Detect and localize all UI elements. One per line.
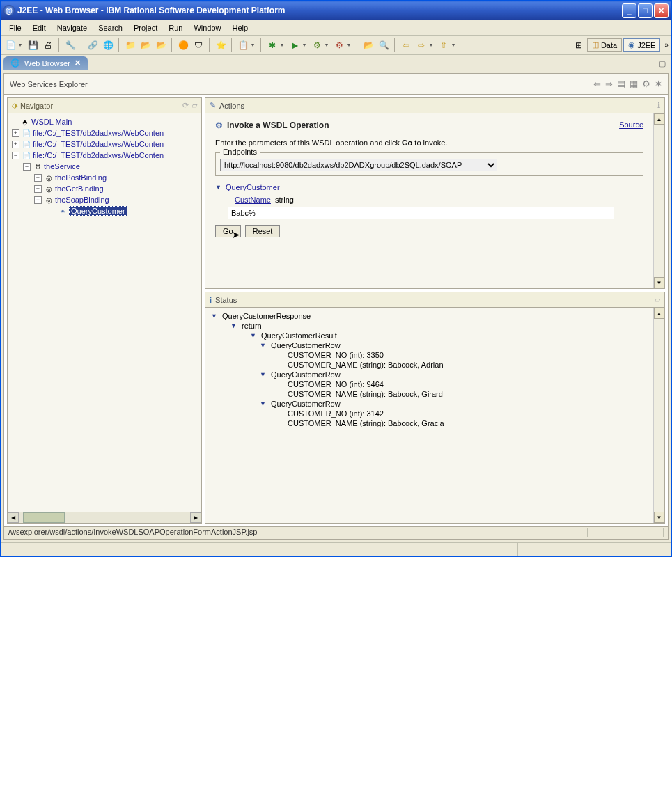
- new-icon[interactable]: 📄: [3, 38, 17, 52]
- tree-file[interactable]: +📄 file:/C:/_TEST/db2dadxws/WebConten: [9, 127, 200, 139]
- nav-back-icon[interactable]: ⇐: [593, 79, 601, 89]
- search-icon[interactable]: 🔍: [377, 38, 391, 52]
- scroll-right-icon[interactable]: ▶: [190, 512, 201, 523]
- expand-icon[interactable]: +: [12, 129, 19, 137]
- star-icon[interactable]: ✶: [655, 79, 662, 89]
- run-icon[interactable]: ▶: [288, 38, 302, 52]
- star-icon[interactable]: ⭐: [214, 38, 228, 52]
- collapse-icon[interactable]: −: [23, 163, 31, 171]
- help-icon[interactable]: ℹ: [657, 101, 660, 110]
- page-icon[interactable]: ▤: [617, 79, 625, 89]
- collapse-icon[interactable]: −: [34, 196, 42, 204]
- actions-vscroll[interactable]: ▲ ▼: [653, 113, 664, 288]
- minimize-button[interactable]: _: [622, 3, 636, 18]
- gear-icon[interactable]: ⚙: [642, 79, 650, 89]
- fwd-icon[interactable]: ⇨: [414, 38, 428, 52]
- menu-file[interactable]: File: [3, 22, 27, 33]
- tree-root[interactable]: ⬘ WSDL Main: [9, 116, 200, 127]
- close-button[interactable]: ✕: [654, 3, 669, 18]
- link-icon[interactable]: 🔗: [86, 38, 100, 52]
- tree-binding[interactable]: +◎ theGetBinding: [9, 183, 200, 194]
- expand-icon[interactable]: +: [34, 174, 42, 182]
- ball-icon[interactable]: 🟠: [176, 38, 190, 52]
- go-button[interactable]: Go: [215, 225, 241, 237]
- doc-icon[interactable]: ▦: [630, 79, 638, 89]
- print-icon[interactable]: 🖨: [41, 38, 55, 52]
- folder-icon[interactable]: 📁: [123, 38, 137, 52]
- tool-icon[interactable]: 🔧: [63, 38, 77, 52]
- folder2-icon[interactable]: 📂: [139, 38, 153, 52]
- maximize-button[interactable]: □: [638, 3, 653, 18]
- status-vscroll[interactable]: ▲ ▼: [653, 308, 664, 523]
- status-node[interactable]: ▼return: [211, 322, 648, 330]
- folder-open-icon[interactable]: 📂: [361, 38, 375, 52]
- navigator-tree[interactable]: ⬘ WSDL Main +📄 file:/C:/_TEST/db2dadxws/…: [8, 113, 201, 512]
- shield-icon[interactable]: 🛡: [192, 38, 205, 52]
- twisty-icon[interactable]: ▼: [211, 313, 218, 320]
- scroll-down-icon[interactable]: ▼: [654, 277, 664, 288]
- open-perspective-icon[interactable]: ⊞: [572, 38, 586, 52]
- tree-file[interactable]: −📄 file:/C:/_TEST/db2dadxws/WebConten: [9, 150, 200, 161]
- scroll-up-icon[interactable]: ▲: [654, 113, 664, 125]
- twisty-icon[interactable]: ▼: [215, 184, 221, 191]
- tree-service[interactable]: −⚙ theService: [9, 161, 200, 172]
- perspective-data[interactable]: ◫Data: [587, 38, 622, 52]
- scroll-up-icon[interactable]: ▲: [654, 308, 664, 319]
- list-icon[interactable]: 📋: [236, 38, 250, 52]
- scroll-thumb[interactable]: [23, 512, 65, 523]
- status-node[interactable]: ▼QueryCustomerRow: [211, 400, 648, 408]
- up-icon[interactable]: ⇧: [437, 38, 451, 52]
- refresh-icon[interactable]: ⟳: [182, 101, 189, 110]
- twisty-icon[interactable]: ▼: [260, 400, 267, 407]
- status-node[interactable]: ▼QueryCustomerResponse: [211, 312, 648, 320]
- status-node[interactable]: ▼QueryCustomerRow: [211, 370, 648, 379]
- nav-fwd-icon[interactable]: ⇒: [605, 79, 613, 89]
- chevron-icon[interactable]: »: [664, 41, 669, 49]
- ext-icon[interactable]: ⚙: [332, 38, 346, 52]
- dropdown-icon[interactable]: ▾: [19, 42, 24, 48]
- expand-icon[interactable]: +: [34, 185, 42, 193]
- actions-title: Actions: [219, 102, 244, 110]
- back-icon[interactable]: ⇦: [399, 38, 413, 52]
- clear-icon[interactable]: ▱: [655, 295, 660, 304]
- expand-icon[interactable]: +: [12, 141, 19, 148]
- menu-navigate[interactable]: Navigate: [52, 22, 93, 33]
- twisty-icon[interactable]: ▼: [230, 322, 237, 329]
- tab-close-icon[interactable]: ✕: [75, 58, 81, 68]
- menu-help[interactable]: Help: [227, 22, 254, 33]
- scroll-down-icon[interactable]: ▼: [654, 512, 664, 523]
- profile-icon[interactable]: ⚙: [310, 38, 324, 52]
- param-link[interactable]: CustName: [235, 196, 271, 204]
- menu-search[interactable]: Search: [93, 22, 128, 33]
- tab-web-browser[interactable]: 🌐 Web Browser ✕: [3, 56, 88, 70]
- twisty-icon[interactable]: ▼: [250, 332, 257, 339]
- status-node[interactable]: ▼QueryCustomerResult: [211, 331, 648, 340]
- twisty-icon[interactable]: ▼: [260, 371, 267, 378]
- collapse-icon[interactable]: −: [12, 152, 19, 159]
- scroll-left-icon[interactable]: ◀: [8, 512, 19, 523]
- tree-binding[interactable]: −◎ theSoapBinding: [9, 194, 200, 205]
- menu-window[interactable]: Window: [188, 22, 226, 33]
- maximize-view-icon[interactable]: ▢: [656, 58, 669, 70]
- menu-project[interactable]: Project: [128, 22, 163, 33]
- tree-binding[interactable]: +◎ thePostBinding: [9, 172, 200, 183]
- menu-edit[interactable]: Edit: [27, 22, 52, 33]
- twisty-icon[interactable]: ▼: [260, 342, 267, 349]
- reset-button[interactable]: Reset: [245, 225, 281, 237]
- save-icon[interactable]: 💾: [26, 38, 40, 52]
- perspective-j2ee[interactable]: ◉J2EE: [623, 38, 660, 52]
- tree-file[interactable]: +📄 file:/C:/_TEST/db2dadxws/WebConten: [9, 139, 200, 150]
- debug-icon[interactable]: ✱: [265, 38, 279, 52]
- tree-operation[interactable]: ✴ QueryCustomer: [9, 205, 200, 217]
- globe-icon[interactable]: 🌐: [101, 38, 115, 52]
- file-icon: 📄: [22, 139, 31, 149]
- param-input[interactable]: [228, 207, 614, 219]
- source-link[interactable]: Source: [619, 120, 643, 129]
- endpoint-select[interactable]: http://localhost:9080/db2dadxws/db2DADXg…: [220, 159, 497, 171]
- clear-icon[interactable]: ▱: [192, 101, 197, 110]
- operation-link[interactable]: QueryCustomer: [226, 183, 280, 191]
- status-node[interactable]: ▼QueryCustomerRow: [211, 341, 648, 349]
- navigator-hscroll[interactable]: ◀ ▶: [8, 512, 201, 523]
- menu-run[interactable]: Run: [163, 22, 188, 33]
- folder3-icon[interactable]: 📂: [154, 38, 168, 52]
